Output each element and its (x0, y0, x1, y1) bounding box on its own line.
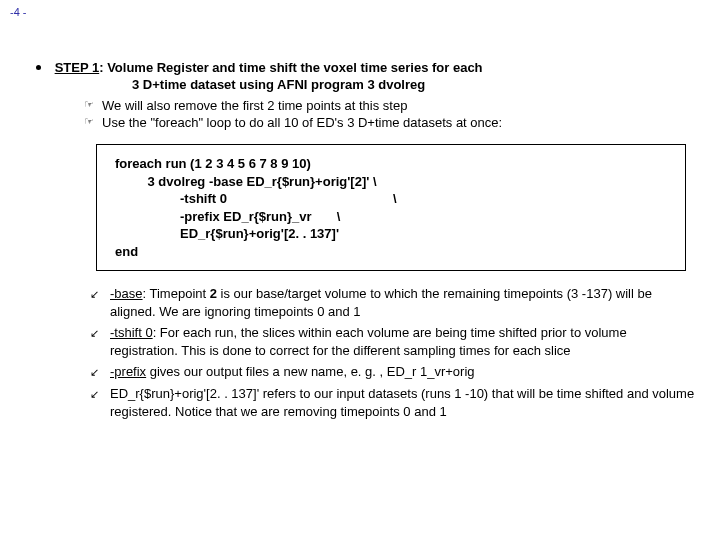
step-text-2: 3 D+time dataset using AFNI program (132, 77, 367, 92)
note-3-rest: gives our output files a new name, e. g.… (146, 364, 474, 379)
note-1-bold: 2 (210, 286, 217, 301)
arrow-icon: ↙ (90, 285, 110, 320)
sub-bullet-2: ☞ Use the "foreach" loop to do all 10 of… (84, 115, 696, 130)
note-3-key: -prefix (110, 364, 146, 379)
page-number: -4 - (10, 6, 27, 18)
sub-bullet-list: ☞ We will also remove the first 2 time p… (84, 98, 696, 130)
note-2-rest: : For each run, the slices within each v… (110, 325, 627, 358)
step-heading-line2: 3 D+time dataset using AFNI program 3 dv… (132, 77, 696, 92)
slide-content: STEP 1: Volume Register and time shift t… (36, 60, 696, 424)
arrow-icon: ↙ (90, 385, 110, 420)
hand-icon: ☞ (84, 115, 102, 130)
note-2: ↙ -tshift 0: For each run, the slices wi… (90, 324, 696, 359)
note-3-text: -prefix gives our output files a new nam… (110, 363, 475, 381)
program-name: 3 dvolreg (367, 77, 425, 92)
arrow-icon: ↙ (90, 363, 110, 381)
note-4-text: ED_r{$run}+orig'[2. . 137]' refers to ou… (110, 385, 696, 420)
note-1-mid: : Timepoint (143, 286, 210, 301)
code-line-6: end (115, 244, 138, 259)
hand-icon: ☞ (84, 98, 102, 113)
sub-bullet-1-text: We will also remove the first 2 time poi… (102, 98, 407, 113)
notes-list: ↙ -base: Timepoint 2 is our base/target … (90, 285, 696, 420)
sub-bullet-2-text: Use the "foreach" loop to do all 10 of E… (102, 115, 502, 130)
bullet-icon (36, 65, 41, 70)
step-label: STEP 1 (55, 60, 100, 75)
note-4: ↙ ED_r{$run}+orig'[2. . 137]' refers to … (90, 385, 696, 420)
sub-bullet-1: ☞ We will also remove the first 2 time p… (84, 98, 696, 113)
code-line-2: 3 dvolreg -base ED_r{$run}+orig'[2]' \ (115, 174, 377, 189)
note-1-text: -base: Timepoint 2 is our base/target vo… (110, 285, 696, 320)
arrow-icon: ↙ (90, 324, 110, 359)
note-2-key: -tshift 0 (110, 325, 153, 340)
code-line-1: foreach run (1 2 3 4 5 6 7 8 9 10) (115, 156, 311, 171)
code-line-3: -tshift 0 \ (115, 191, 397, 206)
note-3: ↙ -prefix gives our output files a new n… (90, 363, 696, 381)
code-block: foreach run (1 2 3 4 5 6 7 8 9 10) 3 dvo… (96, 144, 686, 271)
step-heading-line1: STEP 1: Volume Register and time shift t… (36, 60, 696, 75)
note-2-text: -tshift 0: For each run, the slices with… (110, 324, 696, 359)
note-1-key: -base (110, 286, 143, 301)
code-line-4: -prefix ED_r{$run}_vr \ (115, 209, 340, 224)
note-1: ↙ -base: Timepoint 2 is our base/target … (90, 285, 696, 320)
code-line-5: ED_r{$run}+orig'[2. . 137]' (115, 226, 339, 241)
step-text-1: : Volume Register and time shift the vox… (99, 60, 482, 75)
